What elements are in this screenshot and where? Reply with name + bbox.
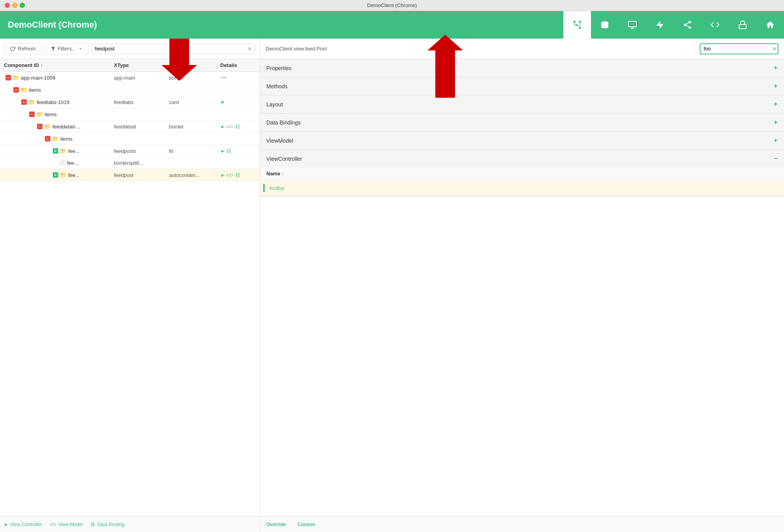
collapse-icon[interactable]: − [21, 99, 27, 105]
row-details: ➤ ⛓ [220, 148, 256, 154]
tree-row[interactable]: + 📁 fee... feedposts fit ➤ ⛓ [0, 145, 260, 157]
accordion-add-viewmodel[interactable]: + [773, 136, 778, 145]
expand-icon[interactable]: + [53, 172, 58, 178]
collapse-icon[interactable]: − [45, 136, 50, 141]
accordion-label-viewmodel: ViewModel [266, 138, 293, 144]
navigate-icon: ➤ [4, 522, 8, 527]
tree-row-selected[interactable]: + 📁 fee... feedpost autocontain... ➤ </>… [0, 169, 260, 181]
accordion-header-properties[interactable]: Properties + [260, 59, 784, 77]
svg-line-17 [686, 23, 689, 24]
col-header-details: Details [220, 62, 256, 68]
data-binding-btn[interactable]: ⛓ Data Binding [91, 522, 124, 527]
accordion-label-data-bindings: Data Bindings [266, 119, 301, 126]
svg-line-16 [686, 26, 689, 27]
accordion-header-viewmodel[interactable]: ViewModel + [260, 132, 784, 149]
view-model-label: View Model [59, 522, 83, 527]
collapse-icon[interactable]: − [13, 87, 19, 93]
row-xtype: feedtabs [114, 99, 169, 105]
search-clear-button[interactable]: ✕ [247, 46, 252, 52]
refresh-icon [10, 46, 15, 52]
accordion-section-viewcontroller: ViewController − Name ↑ fooBar [260, 150, 784, 197]
svg-rect-9 [628, 21, 636, 27]
header-icon-component-tree[interactable] [563, 11, 591, 39]
tab-custom[interactable]: Custom [297, 522, 315, 527]
row-details: ➤ </> ⛓ [220, 124, 256, 130]
svg-point-13 [689, 21, 691, 23]
accordion-header-layout[interactable]: Layout + [260, 95, 784, 113]
right-panel: DemoClient.view.feed.Post ✕ Properties +… [260, 39, 784, 532]
close-button[interactable] [5, 3, 10, 8]
view-model-btn[interactable]: </> View Model [50, 522, 83, 527]
tree-row[interactable]: − 📁 feeddetail-... feeddetail border ➤ <… [0, 121, 260, 133]
tree-row[interactable]: − 📁 items [0, 133, 260, 145]
accordion-label-properties: Properties [266, 65, 292, 71]
tree-row[interactable]: − 📁 feedtabs-1019 feedtabs card ➤ [0, 96, 260, 108]
row-id: items [29, 87, 41, 93]
header-icon-share[interactable] [674, 11, 701, 39]
collapse-icon[interactable]: − [6, 75, 11, 80]
tree-container: − 📁 app-main-1009 app-main border </> − … [0, 72, 260, 516]
tree-row[interactable]: 📄 fee... bordersplitt... [0, 157, 260, 169]
header-icon-bar [563, 11, 784, 39]
svg-rect-1 [576, 24, 578, 26]
maximize-button[interactable] [20, 3, 25, 8]
header-icon-monitor[interactable] [619, 11, 646, 39]
accordion-add-data-bindings[interactable]: + [773, 118, 778, 126]
row-id: items [60, 136, 72, 142]
row-layout: border [169, 75, 220, 81]
folder-icon: 📁 [28, 99, 35, 105]
accordion-add-layout[interactable]: + [773, 100, 778, 108]
right-search-clear[interactable]: ✕ [772, 46, 777, 52]
svg-point-14 [684, 24, 686, 26]
view-controller-label: View Controller [10, 522, 42, 527]
name-col-label: Name [266, 171, 280, 177]
accordion-add-methods[interactable]: + [773, 82, 778, 90]
tree-row[interactable]: − 📁 app-main-1009 app-main border </> [0, 72, 260, 84]
svg-rect-18 [739, 24, 746, 29]
header-icon-lock[interactable] [729, 11, 756, 39]
accordion-header-methods[interactable]: Methods + [260, 77, 784, 95]
right-search-input[interactable] [704, 46, 770, 52]
row-details: ➤ [220, 99, 256, 105]
expand-icon[interactable]: + [53, 148, 58, 154]
collapse-icon[interactable]: − [37, 124, 43, 129]
row-layout: fit [169, 148, 220, 154]
left-panel: Refresh Filters... ✕ Component ID ↑ [0, 39, 260, 532]
code-icon: </> [50, 522, 56, 527]
tree-row[interactable]: − 📁 items [0, 84, 260, 96]
viewcontroller-row-foobar[interactable]: fooBar [260, 180, 784, 196]
header-icon-database[interactable] [591, 11, 619, 39]
search-input[interactable] [95, 46, 245, 52]
right-search-wrap: ✕ [700, 43, 778, 54]
name-sort-icon: ↑ [282, 171, 284, 176]
col-header-layout: Layout [169, 62, 220, 68]
row-id: fee... [68, 172, 80, 178]
accordion-label-viewcontroller: ViewController [266, 156, 302, 162]
tree-row[interactable]: − 📁 items [0, 108, 260, 121]
window-title: DemoClient (Chrome) [367, 2, 417, 8]
row-id: feedtabs-1019 [37, 99, 69, 105]
accordion-header-viewcontroller[interactable]: ViewController − [260, 150, 784, 167]
minimize-button[interactable] [12, 3, 17, 8]
header-icon-lightning[interactable] [646, 11, 674, 39]
header-icon-home[interactable] [756, 11, 784, 39]
bottom-bar-left: ➤ View Controller </> View Model ⛓ Data … [0, 516, 260, 532]
accordion-header-data-bindings[interactable]: Data Bindings + [260, 113, 784, 131]
refresh-label: Refresh [18, 46, 36, 52]
refresh-button[interactable]: Refresh [4, 43, 42, 54]
folder-icon: 📁 [60, 148, 67, 154]
accordion-minus-viewcontroller[interactable]: − [773, 154, 778, 163]
row-id: feeddetail-... [52, 124, 81, 130]
filters-button[interactable]: Filters... [45, 43, 88, 54]
tab-override[interactable]: Override [266, 522, 286, 527]
accordion-add-properties[interactable]: + [773, 64, 778, 72]
row-xtype: feeddetail [114, 124, 169, 130]
header-icon-code[interactable] [701, 11, 729, 39]
view-controller-btn[interactable]: ➤ View Controller [4, 522, 42, 527]
row-layout: card [169, 99, 220, 105]
collapse-icon[interactable]: − [29, 112, 35, 117]
accordion: Properties + Methods + Layout + [260, 59, 784, 516]
svg-marker-19 [51, 47, 55, 50]
row-id: app-main-1009 [21, 75, 55, 81]
svg-point-15 [689, 26, 691, 29]
